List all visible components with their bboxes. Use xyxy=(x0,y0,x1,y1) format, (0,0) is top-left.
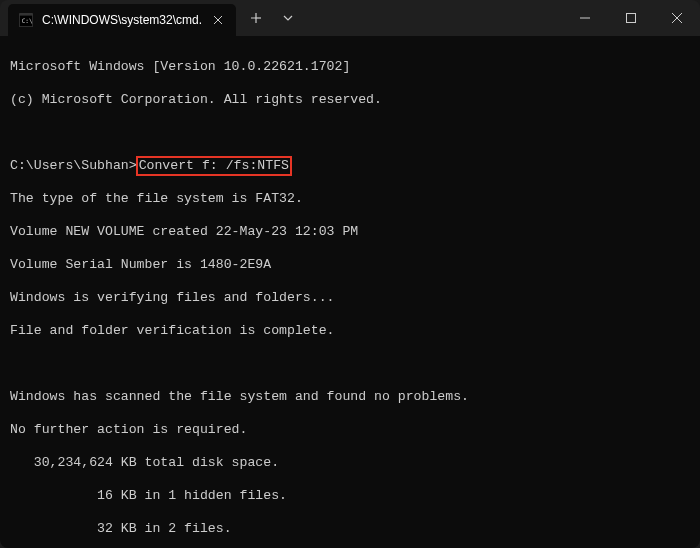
output-line: (c) Microsoft Corporation. All rights re… xyxy=(10,92,690,109)
tab-title: C:\WINDOWS\system32\cmd. xyxy=(42,13,202,27)
output-line: No further action is required. xyxy=(10,422,690,439)
output-line: Windows has scanned the file system and … xyxy=(10,389,690,406)
terminal-tab[interactable]: C:\ C:\WINDOWS\system32\cmd. xyxy=(8,4,236,36)
tab-actions xyxy=(240,2,304,34)
prompt-path: C:\Users\Subhan> xyxy=(10,158,137,175)
terminal-output[interactable]: Microsoft Windows [Version 10.0.22621.17… xyxy=(0,36,700,548)
output-line: Volume NEW VOLUME created 22-May-23 12:0… xyxy=(10,224,690,241)
svg-text:C:\: C:\ xyxy=(22,17,33,24)
tab-dropdown-button[interactable] xyxy=(272,2,304,34)
close-button[interactable] xyxy=(654,0,700,36)
output-line: Volume Serial Number is 1480-2E9A xyxy=(10,257,690,274)
tab-close-button[interactable] xyxy=(210,12,226,28)
cmd-icon: C:\ xyxy=(18,12,34,28)
output-line: 30,234,624 KB total disk space. xyxy=(10,455,690,472)
window-titlebar: C:\ C:\WINDOWS\system32\cmd. xyxy=(0,0,700,36)
output-line: 16 KB in 1 hidden files. xyxy=(10,488,690,505)
output-line: 32 KB in 2 files. xyxy=(10,521,690,538)
blank-line xyxy=(10,356,690,373)
svg-rect-8 xyxy=(627,14,636,23)
new-tab-button[interactable] xyxy=(240,2,272,34)
maximize-button[interactable] xyxy=(608,0,654,36)
blank-line xyxy=(10,125,690,142)
output-line: File and folder verification is complete… xyxy=(10,323,690,340)
minimize-button[interactable] xyxy=(562,0,608,36)
highlighted-command: Convert f: /fs:NTFS xyxy=(136,156,292,177)
output-line: Windows is verifying files and folders..… xyxy=(10,290,690,307)
output-line: The type of the file system is FAT32. xyxy=(10,191,690,208)
output-line: Microsoft Windows [Version 10.0.22621.17… xyxy=(10,59,690,76)
command-line: C:\Users\Subhan>Convert f: /fs:NTFS xyxy=(10,158,690,175)
window-controls xyxy=(562,0,700,36)
